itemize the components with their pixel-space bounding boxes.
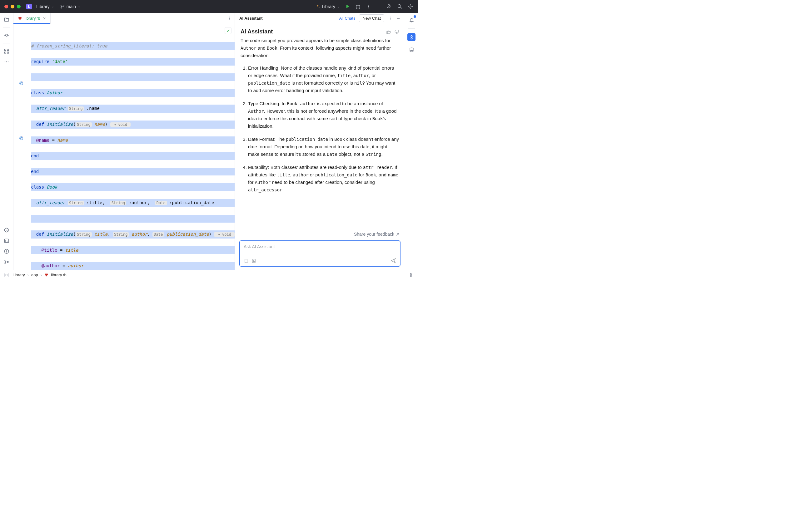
ai-input-box bbox=[239, 241, 401, 267]
svg-point-31 bbox=[390, 18, 390, 18]
vcs-tool-icon[interactable] bbox=[3, 259, 10, 265]
svg-point-21 bbox=[5, 263, 6, 264]
ai-response-body: AI Assistant The code snippet you provid… bbox=[235, 24, 405, 230]
send-button[interactable] bbox=[390, 258, 396, 264]
terminal-tool-icon[interactable] bbox=[3, 237, 10, 244]
more-actions-button[interactable] bbox=[366, 4, 371, 9]
ai-prompt-input[interactable] bbox=[244, 244, 396, 258]
project-tool-icon[interactable] bbox=[3, 16, 10, 23]
tab-label: library.rb bbox=[25, 16, 40, 21]
breadcrumb-project[interactable]: Library bbox=[13, 272, 25, 277]
project-name: Library bbox=[36, 4, 50, 9]
editor-gutter bbox=[14, 24, 31, 270]
ai-panel-header: AI Assistant All Chats New Chat bbox=[235, 13, 405, 24]
svg-point-15 bbox=[5, 61, 5, 62]
services-tool-icon[interactable] bbox=[3, 227, 10, 233]
branch-icon bbox=[60, 4, 65, 9]
settings-button[interactable] bbox=[408, 4, 413, 9]
module-icon: □ bbox=[4, 273, 9, 277]
all-chats-link[interactable]: All Chats bbox=[339, 16, 355, 21]
database-tool-button[interactable] bbox=[407, 45, 415, 54]
new-chat-button[interactable]: New Chat bbox=[359, 14, 384, 22]
run-target-selector[interactable]: Library ⌄ bbox=[316, 4, 339, 9]
code-keyword: require bbox=[31, 59, 52, 64]
panel-more-button[interactable] bbox=[388, 16, 392, 21]
svg-point-3 bbox=[357, 6, 359, 8]
thumbs-up-button[interactable] bbox=[386, 29, 391, 34]
code-symbol: :author bbox=[129, 200, 147, 205]
type-hint: String bbox=[110, 201, 126, 205]
code-param: name bbox=[57, 138, 68, 143]
list-item: Date Format: The publication_date in Boo… bbox=[248, 135, 399, 158]
code-param: author bbox=[131, 232, 147, 237]
tab-more-button[interactable] bbox=[224, 13, 235, 24]
tab-library-rb[interactable]: library.rb ✕ bbox=[14, 13, 51, 24]
project-selector[interactable]: L Library ⌄ bbox=[26, 4, 54, 10]
ruby-icon bbox=[18, 16, 22, 21]
code-string: 'date' bbox=[52, 59, 68, 64]
breadcrumb-file[interactable]: library.rb bbox=[51, 272, 67, 277]
svg-point-6 bbox=[368, 7, 369, 8]
zoom-window-button[interactable] bbox=[17, 5, 21, 8]
left-tool-rail bbox=[0, 13, 14, 270]
minimize-window-button[interactable] bbox=[11, 5, 14, 8]
svg-point-30 bbox=[390, 17, 390, 17]
branch-name: main bbox=[67, 4, 76, 9]
ai-assistant-tool-button[interactable] bbox=[407, 33, 415, 41]
structure-tool-icon[interactable] bbox=[3, 48, 10, 55]
svg-point-5 bbox=[368, 6, 369, 6]
svg-point-16 bbox=[6, 61, 7, 62]
thumbs-down-button[interactable] bbox=[394, 29, 399, 34]
ai-panel-title: AI Assistant bbox=[239, 16, 263, 21]
type-hint: Date bbox=[152, 232, 164, 237]
search-button[interactable] bbox=[397, 4, 402, 9]
svg-point-1 bbox=[61, 7, 62, 8]
more-tools-icon[interactable] bbox=[3, 58, 10, 65]
code-with-me-button[interactable] bbox=[386, 4, 391, 9]
close-window-button[interactable] bbox=[4, 5, 8, 8]
chevron-down-icon: ⌄ bbox=[52, 5, 54, 8]
svg-point-23 bbox=[229, 17, 229, 17]
attach-context-button[interactable] bbox=[244, 259, 248, 263]
code-keyword: end bbox=[31, 169, 39, 174]
debug-button[interactable] bbox=[355, 4, 360, 9]
svg-point-0 bbox=[61, 5, 62, 6]
code-editor[interactable]: # frozen_string_literal: true require 'd… bbox=[14, 24, 235, 270]
branch-selector[interactable]: main ⌄ bbox=[60, 4, 80, 9]
ai-intro-paragraph: The code snippet you provided appears to… bbox=[241, 37, 399, 59]
list-item: Mutability: Both classes' attributes are… bbox=[248, 164, 399, 194]
ai-status-icon[interactable] bbox=[408, 272, 413, 278]
list-item: Error Handling: None of the classes hand… bbox=[248, 64, 399, 94]
code-class: Book bbox=[47, 185, 57, 190]
project-badge: L bbox=[26, 4, 32, 10]
code-keyword: def bbox=[36, 232, 47, 237]
code-ivar: @title bbox=[41, 248, 57, 252]
list-item: Type Checking: In Book, author is expect… bbox=[248, 100, 399, 130]
svg-point-9 bbox=[410, 6, 411, 7]
attach-file-button[interactable] bbox=[252, 259, 256, 263]
problems-tool-icon[interactable] bbox=[3, 248, 10, 255]
svg-rect-13 bbox=[7, 49, 9, 51]
main-area: library.rb ✕ # frozen_string_liter bbox=[0, 13, 418, 270]
inspections-widget[interactable] bbox=[225, 27, 232, 34]
minimize-panel-button[interactable] bbox=[396, 16, 401, 21]
type-hint: String bbox=[68, 201, 84, 205]
close-tab-button[interactable]: ✕ bbox=[43, 16, 46, 21]
run-button[interactable] bbox=[345, 4, 350, 9]
svg-point-24 bbox=[229, 18, 229, 18]
svg-point-22 bbox=[7, 261, 8, 263]
breadcrumb-folder[interactable]: app bbox=[31, 272, 38, 277]
code-ivar: @author bbox=[41, 263, 60, 268]
editor-tabs: library.rb ✕ bbox=[14, 13, 235, 24]
type-hint: → void bbox=[214, 232, 235, 237]
code-keyword: def bbox=[36, 122, 47, 127]
commit-tool-icon[interactable] bbox=[3, 32, 10, 39]
notification-badge bbox=[414, 15, 416, 18]
share-feedback-link[interactable]: Share your feedback ↗ bbox=[235, 230, 405, 239]
run-target-name: Library bbox=[322, 4, 335, 9]
notifications-button[interactable] bbox=[407, 16, 415, 24]
type-hint: String bbox=[113, 232, 129, 237]
code-comment: # frozen_string_literal: true bbox=[31, 43, 107, 49]
code-method: initialize bbox=[47, 232, 73, 237]
chevron-down-icon: ⌄ bbox=[337, 5, 339, 8]
